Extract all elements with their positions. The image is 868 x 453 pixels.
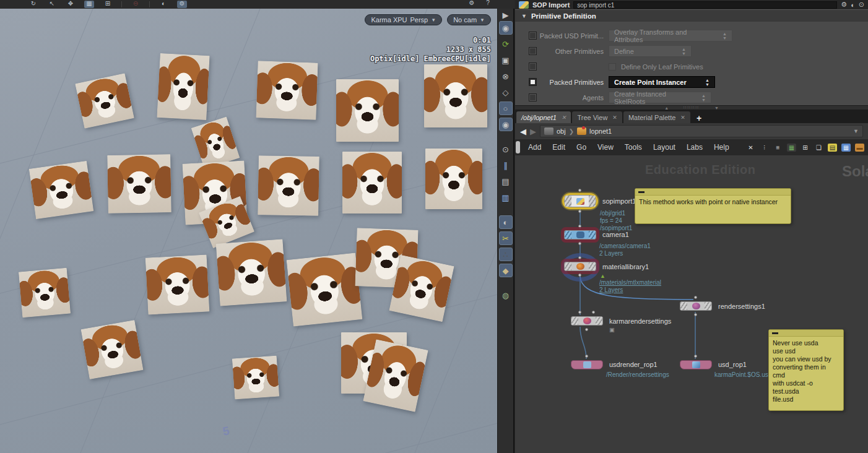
lightbulb-icon[interactable]: ○ xyxy=(499,101,513,115)
snapshot-icon[interactable]: ⊖ xyxy=(131,1,141,8)
other-primitives-checkbox[interactable] xyxy=(529,47,537,55)
grid-dots-icon[interactable]: ⊞ xyxy=(801,144,810,152)
view-tool-icon[interactable]: ↻ xyxy=(28,1,38,8)
node-materiallibrary1[interactable]: materiallibrary1 ▲ /materials/mtlxmateri… xyxy=(564,262,596,271)
define-leaf-checkbox[interactable] xyxy=(609,63,616,71)
node-camera1[interactable]: camera1 /cameras/camera1 2 Layers xyxy=(564,230,596,239)
splitter-down-icon[interactable]: ▼ xyxy=(714,106,719,110)
globe-display-icon[interactable]: ◐ xyxy=(158,1,168,8)
node-input-dot[interactable] xyxy=(578,225,581,228)
close-icon[interactable]: ✕ xyxy=(612,114,617,121)
globe-icon[interactable]: ◍ xyxy=(499,288,513,302)
background-image-icon[interactable]: ▤ xyxy=(499,175,513,188)
spinner-arrows-icon[interactable]: ▲▼ xyxy=(695,93,706,102)
lasso-select-icon[interactable]: ✂ xyxy=(499,231,513,245)
minimize-icon[interactable] xyxy=(638,191,644,193)
packed-usd-checkbox[interactable] xyxy=(529,32,537,40)
node-input-dot[interactable] xyxy=(578,311,581,314)
sticky-note-icon[interactable]: ▤ xyxy=(828,144,837,152)
list-view-icon[interactable]: ≡ xyxy=(773,144,783,152)
snap-recycle-icon[interactable]: ⟳ xyxy=(499,37,513,51)
tab-tree-view[interactable]: Tree View ✕ xyxy=(572,111,622,123)
node-sopimport1[interactable]: sopimport1 /obj/grid1 fps = 24 /sopimpor… xyxy=(564,195,596,207)
sphere-icon[interactable]: ◐ xyxy=(851,1,855,9)
network-editor-canvas[interactable]: Education Edition Sola sopi xyxy=(515,155,868,453)
node-name-field[interactable]: sop import c1 xyxy=(573,1,837,9)
menu-tools[interactable]: Tools xyxy=(619,143,648,152)
breadcrumb-lopnet1[interactable]: lopnet1 xyxy=(589,127,612,135)
visibility-eye-icon[interactable]: ◉ xyxy=(499,21,513,35)
gear-icon[interactable]: ⚙ xyxy=(841,1,847,9)
node-rendersettings1[interactable]: rendersettings1 xyxy=(680,301,712,311)
node-output-dot[interactable] xyxy=(578,242,581,245)
node-usdrender-rop1[interactable]: usdrender_rop1 /Render/rendersettings xyxy=(571,360,603,369)
translate-tool-icon[interactable]: ✥ xyxy=(66,1,76,8)
chevron-down-icon[interactable]: ▼ xyxy=(853,128,859,134)
collapse-arrow-icon[interactable]: ▶ xyxy=(499,11,513,19)
node-body[interactable] xyxy=(680,360,712,369)
spinner-arrows-icon[interactable]: ▲▼ xyxy=(675,47,686,56)
image-plane-icon[interactable]: ▦ xyxy=(841,144,851,152)
minimize-icon[interactable] xyxy=(772,332,778,334)
shapes-icon[interactable]: ◐ xyxy=(499,215,513,229)
sticky-note-usda[interactable]: Never use usda use usd you can view usd … xyxy=(768,329,844,411)
select-tool-icon[interactable]: ↖ xyxy=(47,1,57,8)
lock-icon[interactable]: ▣ xyxy=(499,53,513,67)
layers-diamond-icon[interactable]: ◆ xyxy=(499,264,513,277)
primitive-definition-section[interactable]: ▼ Primitive Definition xyxy=(515,9,868,22)
agents-select[interactable]: Create Instanced SkelRoots ▲▼ xyxy=(609,92,711,103)
splitter-up-icon[interactable]: ▲ xyxy=(664,106,669,110)
box-zoom-icon[interactable]: ⊞ xyxy=(103,1,113,8)
menu-help[interactable]: Help xyxy=(708,143,735,152)
tree-hierarchy-icon[interactable]: ⫶ xyxy=(760,144,769,152)
pause-icon[interactable]: ∥ xyxy=(499,158,513,172)
spinner-arrows-icon[interactable]: ▲▼ xyxy=(716,32,727,40)
show-objects-icon[interactable]: ▦ xyxy=(84,1,94,8)
close-icon[interactable]: ✕ xyxy=(680,114,685,121)
node-body[interactable] xyxy=(571,316,603,326)
packed-primitives-checkbox[interactable] xyxy=(529,78,537,86)
node-body[interactable] xyxy=(564,230,596,239)
breadcrumb-obj[interactable]: obj xyxy=(557,127,566,135)
headlight-off-icon[interactable]: ⊗ xyxy=(499,69,513,83)
windows-layout-icon[interactable]: ❏ xyxy=(814,144,823,152)
node-body[interactable] xyxy=(564,262,596,271)
node-input-dot[interactable] xyxy=(694,355,697,358)
scene-viewport[interactable]: Karma XPU Persp ▼ No cam ▼ 0:01 1233 x 8… xyxy=(0,9,497,453)
tab-network-lopnet1[interactable]: /obj/lopnet1 ✕ xyxy=(516,111,571,123)
display-options-gear-icon[interactable]: ⚙ xyxy=(177,1,187,8)
tab-material-palette[interactable]: Material Palette ✕ xyxy=(623,111,690,123)
render-region-icon[interactable]: ▥ xyxy=(499,191,513,204)
close-icon[interactable]: ✕ xyxy=(562,114,566,121)
node-usd-rop1[interactable]: usd_rop1 karmaPoint.$OS.usda xyxy=(680,360,712,369)
collapse-triangle-icon[interactable]: ▼ xyxy=(521,13,527,19)
node-body[interactable] xyxy=(571,360,603,369)
node-output-dot[interactable] xyxy=(585,328,588,331)
node-input-dot2[interactable] xyxy=(592,311,595,314)
node-output-dot[interactable] xyxy=(694,313,697,316)
menu-view[interactable]: View xyxy=(592,143,619,152)
new-tab-button[interactable]: + xyxy=(692,113,706,123)
color-grid-icon[interactable]: ▦ xyxy=(787,144,796,152)
help-icon[interactable]: ? xyxy=(483,0,493,7)
sticky-note-instancer[interactable]: This method works with point or native i… xyxy=(635,188,791,224)
node-body[interactable] xyxy=(680,301,712,311)
spinner-arrows-icon[interactable]: ▲▼ xyxy=(699,78,710,87)
node-input-dot[interactable] xyxy=(578,189,581,192)
leaf-left-checkbox[interactable] xyxy=(529,63,537,71)
back-arrow-icon[interactable]: ◀ xyxy=(520,127,526,136)
packed-primitives-select[interactable]: Create Point Instancer ▲▼ xyxy=(609,76,715,88)
pane-splitter[interactable]: ▲ ∷∷∷∷ ▼ xyxy=(515,105,868,110)
search-icon[interactable]: ⊙ xyxy=(859,1,864,9)
node-output-dot[interactable] xyxy=(578,210,581,213)
agents-checkbox[interactable] xyxy=(529,93,537,101)
breadcrumb[interactable]: obj ❯ lopnet1 ▼ xyxy=(540,125,863,137)
forward-arrow-icon[interactable]: ▶ xyxy=(530,127,536,136)
menu-go[interactable]: Go xyxy=(571,143,592,152)
material-sphere-icon[interactable]: ◉ xyxy=(499,118,513,131)
menu-layout[interactable]: Layout xyxy=(648,143,681,152)
hand-tool-icon[interactable]: ⊙ xyxy=(499,142,513,156)
node-input-dot[interactable] xyxy=(585,355,588,358)
node-karmarendersettings[interactable]: karmarendersettings ▣ xyxy=(571,316,603,326)
node-input-dot[interactable] xyxy=(694,296,697,299)
